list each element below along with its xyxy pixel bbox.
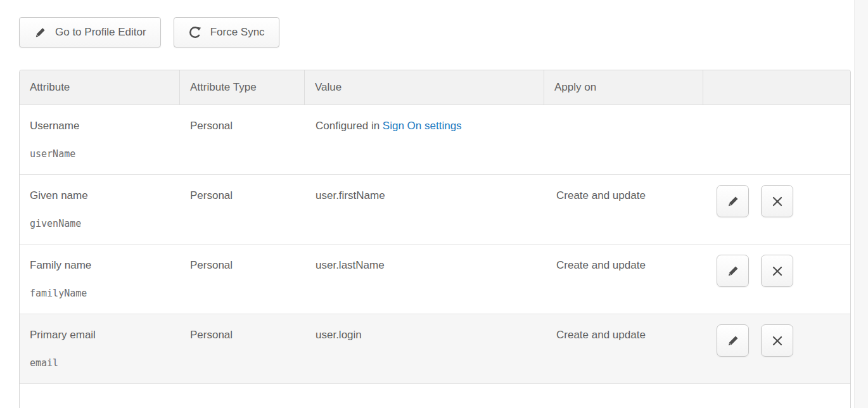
go-to-profile-editor-button[interactable]: Go to Profile Editor: [19, 17, 161, 48]
value-cell: user.lastName: [305, 245, 544, 314]
column-header-actions: [703, 70, 850, 105]
actions-cell: [703, 314, 850, 383]
value-cell: user.firstName: [305, 175, 544, 244]
attribute-type-cell: Personal: [180, 245, 305, 314]
page-right-gutter: [854, 0, 868, 408]
table-row-username: Username userName Personal Configured in…: [20, 105, 850, 175]
table-header: Attribute Attribute Type Value Apply on: [20, 70, 850, 105]
table-row-given-name: Given name givenName Personal user.first…: [20, 175, 850, 245]
attribute-type-cell: Personal: [180, 105, 305, 174]
attribute-label: Given name: [30, 189, 174, 203]
go-to-profile-editor-label: Go to Profile Editor: [55, 26, 146, 39]
apply-on-cell: Create and update: [544, 314, 703, 383]
x-icon: [770, 334, 784, 348]
attribute-type-cell: Personal: [180, 175, 305, 244]
pencil-icon: [726, 194, 740, 208]
column-header-apply-on: Apply on: [544, 70, 703, 105]
attribute-mapping-table: Attribute Attribute Type Value Apply on …: [19, 70, 851, 408]
column-header-attribute: Attribute: [20, 70, 180, 105]
edit-attribute-button[interactable]: [717, 324, 749, 357]
sign-on-settings-link[interactable]: Sign On settings: [383, 120, 462, 132]
attribute-cell: Primary email email: [20, 314, 180, 383]
actions-cell: [703, 245, 850, 314]
attribute-variable-name: givenName: [30, 217, 174, 231]
apply-on-cell: Create and update: [544, 245, 703, 314]
apply-on-cell: [544, 105, 703, 174]
column-header-attribute-type: Attribute Type: [180, 70, 305, 105]
attribute-label: Family name: [30, 258, 174, 272]
pencil-icon: [726, 334, 740, 348]
x-icon: [770, 194, 784, 208]
attribute-type-cell: Personal: [180, 314, 305, 383]
toolbar: Go to Profile Editor Force Sync: [19, 17, 279, 48]
attribute-cell: Given name givenName: [20, 175, 180, 244]
attribute-cell: Family name familyName: [20, 245, 180, 314]
value-prefix-text: Configured in: [316, 120, 383, 132]
attribute-variable-name: userName: [30, 147, 174, 161]
force-sync-label: Force Sync: [210, 26, 265, 39]
force-sync-button[interactable]: Force Sync: [174, 17, 279, 48]
edit-attribute-button[interactable]: [717, 185, 749, 217]
table-row-primary-email: Primary email email Personal user.login …: [20, 314, 850, 384]
attribute-label: Primary email: [30, 328, 174, 342]
refresh-icon: [188, 25, 202, 39]
delete-attribute-button[interactable]: [761, 255, 793, 287]
attribute-label: Username: [30, 119, 174, 133]
pencil-icon: [34, 26, 47, 39]
value-cell: user.login: [305, 314, 544, 383]
x-icon: [770, 264, 784, 278]
value-cell: Configured in Sign On settings: [305, 105, 544, 174]
attribute-variable-name: email: [30, 356, 174, 370]
delete-attribute-button[interactable]: [761, 324, 793, 357]
pencil-icon: [726, 264, 740, 278]
apply-on-cell: Create and update: [544, 175, 703, 244]
table-row-family-name: Family name familyName Personal user.las…: [20, 245, 850, 314]
edit-attribute-button[interactable]: [717, 255, 749, 287]
actions-cell-empty: [703, 105, 850, 174]
column-header-value: Value: [305, 70, 544, 105]
attribute-variable-name: familyName: [30, 286, 174, 300]
attribute-cell: Username userName: [20, 105, 180, 174]
actions-cell: [703, 175, 850, 244]
next-row-partial: [20, 384, 850, 408]
delete-attribute-button[interactable]: [761, 185, 793, 217]
